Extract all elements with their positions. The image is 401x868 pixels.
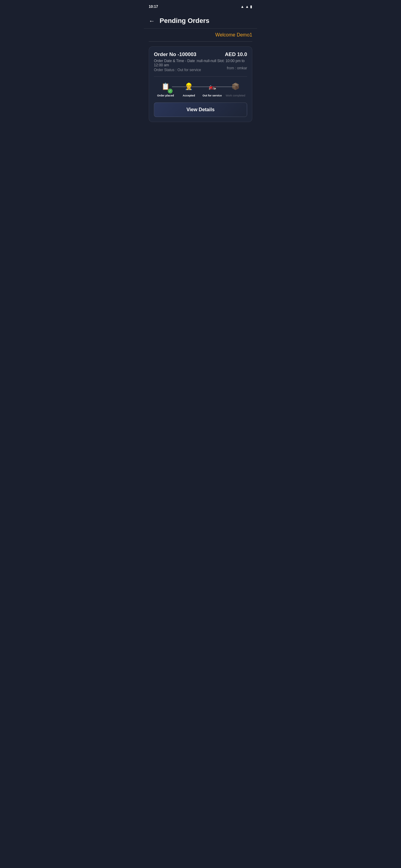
step-out-for-service: 🏍️ Out for service xyxy=(201,80,224,98)
status-bar: 10:17 ▲ ▲ ▮ xyxy=(144,0,257,13)
order-card: Order No -100003 AED 10.0 Order Date & T… xyxy=(149,46,252,122)
accepted-icon: 👷 xyxy=(185,83,193,90)
status-icons: ▲ ▲ ▮ xyxy=(240,4,252,9)
order-amount: AED 10.0 xyxy=(225,52,247,58)
order-status-text: Order Status : Out for service xyxy=(154,68,201,72)
step-order-placed-icon-container: 📋 ✓ xyxy=(159,80,172,93)
step-work-completed-icon-container: 📦 xyxy=(229,80,242,93)
back-button[interactable]: ← xyxy=(149,18,155,24)
order-placed-check: ✓ xyxy=(168,89,173,93)
step-accepted-label: Accepted xyxy=(183,94,195,98)
progress-steps-wrapper: 📋 ✓ Order placed 👷 Accepted 🏍️ Out for s… xyxy=(154,80,247,98)
step-accepted: 👷 Accepted xyxy=(177,80,200,98)
step-order-placed: 📋 ✓ Order placed xyxy=(154,80,177,98)
view-details-button[interactable]: View Details xyxy=(154,102,247,117)
order-card-header: Order No -100003 AED 10.0 xyxy=(154,52,247,58)
page-title: Pending Orders xyxy=(160,17,209,25)
wifi-icon: ▲ xyxy=(245,4,249,9)
header: ← Pending Orders xyxy=(144,13,257,29)
status-time: 10:17 xyxy=(149,4,158,9)
order-from: from : omkar xyxy=(227,66,247,70)
welcome-text: Welcome Demo1 xyxy=(216,32,252,37)
work-completed-icon: 📦 xyxy=(231,83,239,90)
out-for-service-icon: 🏍️ xyxy=(208,83,216,90)
order-number: Order No -100003 xyxy=(154,52,196,58)
step-out-for-service-label: Out for service xyxy=(202,94,222,98)
step-work-completed-label: Work completed xyxy=(226,94,245,98)
step-out-for-service-icon-container: 🏍️ xyxy=(206,80,219,93)
step-order-placed-label: Order placed xyxy=(157,94,174,98)
progress-steps: 📋 ✓ Order placed 👷 Accepted 🏍️ Out for s… xyxy=(154,80,247,98)
signal-icon: ▲ xyxy=(240,4,244,9)
step-accepted-icon-container: 👷 xyxy=(182,80,195,93)
battery-icon: ▮ xyxy=(250,4,252,9)
welcome-section: Welcome Demo1 xyxy=(144,29,257,41)
step-work-completed: 📦 Work completed xyxy=(224,80,247,98)
card-divider xyxy=(154,76,247,76)
